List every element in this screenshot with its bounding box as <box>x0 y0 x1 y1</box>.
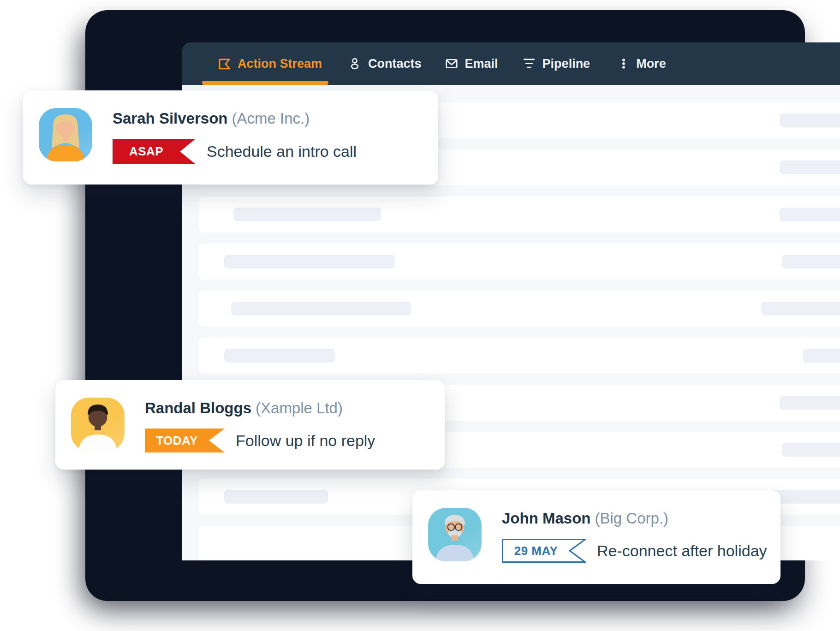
skeleton-bar-right <box>780 396 840 410</box>
due-badge: ASAP <box>113 139 196 164</box>
tab-label: More <box>636 57 666 71</box>
tab-label: Action Stream <box>238 57 322 71</box>
tab-pipeline[interactable]: Pipeline <box>522 57 590 71</box>
skeleton-bar-left <box>224 255 395 268</box>
task-text[interactable]: Schedule an intro call <box>207 143 357 161</box>
skeleton-bar-right <box>803 349 840 363</box>
contact-name[interactable]: John Mason <box>502 510 591 527</box>
due-badge-label: 29 MAY <box>502 539 570 563</box>
avatar <box>428 508 482 561</box>
tab-more[interactable]: More <box>618 57 666 71</box>
pipeline-icon <box>522 57 536 71</box>
skeleton-bar-right <box>782 443 840 457</box>
contact-task-card[interactable]: John Mason(Big Corp.) 29 MAY Re-connect … <box>412 490 780 584</box>
tab-email[interactable]: Email <box>445 57 498 71</box>
due-badge-label: ASAP <box>113 139 180 164</box>
tab-contacts[interactable]: Contacts <box>348 57 422 71</box>
tab-action-stream[interactable]: Action Stream <box>217 57 322 71</box>
skeleton-bar-left <box>224 490 328 504</box>
skeleton-bar-left <box>224 349 335 363</box>
avatar <box>71 398 125 451</box>
skeleton-bar-right <box>780 208 840 221</box>
contact-company: (Acme Inc.) <box>232 110 310 127</box>
task-text[interactable]: Follow up if no reply <box>236 432 375 450</box>
more-icon <box>618 57 630 71</box>
top-navigation-bar: Action Stream Contacts <box>182 42 840 85</box>
skeleton-row <box>199 196 840 232</box>
contact-company: (Big Corp.) <box>595 510 669 527</box>
contact-name[interactable]: Sarah Silverson <box>113 110 227 127</box>
tab-label: Contacts <box>368 57 422 71</box>
contact-task-card[interactable]: Randal Bloggs(Xample Ltd) TODAY Follow u… <box>55 380 445 470</box>
skeleton-bar-right <box>782 255 840 268</box>
skeleton-row <box>199 338 840 374</box>
email-icon <box>445 57 459 71</box>
contact-company: (Xample Ltd) <box>256 399 343 417</box>
contact-name[interactable]: Randal Bloggs <box>145 399 251 417</box>
task-text[interactable]: Re-connect after holiday <box>597 542 767 560</box>
stage: Action Stream Contacts <box>0 0 840 631</box>
skeleton-row <box>199 244 840 280</box>
due-badge-label: TODAY <box>145 429 209 452</box>
active-tab-underline <box>202 81 328 85</box>
skeleton-bar-left <box>231 302 411 316</box>
skeleton-bar-right <box>780 113 840 127</box>
avatar <box>39 108 92 161</box>
contact-task-card[interactable]: Sarah Silverson(Acme Inc.) ASAP Schedule… <box>23 90 438 185</box>
due-badge: 29 MAY <box>502 539 586 563</box>
skeleton-bar-right <box>761 302 840 316</box>
contacts-icon <box>348 57 362 71</box>
skeleton-row <box>199 291 840 327</box>
action-stream-icon <box>217 57 231 71</box>
skeleton-bar-left <box>233 208 381 221</box>
due-badge: TODAY <box>145 429 225 452</box>
tab-label: Email <box>465 57 498 71</box>
skeleton-bar-right <box>780 161 840 174</box>
tab-label: Pipeline <box>542 57 590 71</box>
